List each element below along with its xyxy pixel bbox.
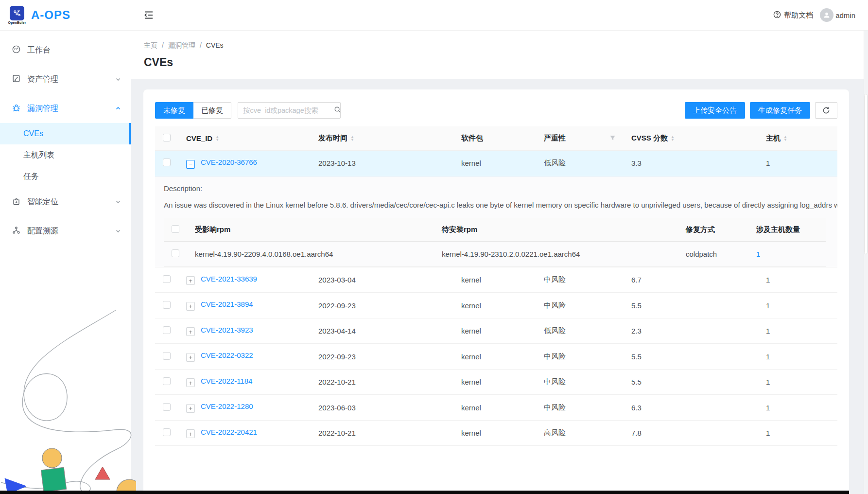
- row-checkbox[interactable]: [163, 301, 171, 309]
- sidebar-item-label: 配置溯源: [27, 226, 58, 236]
- row-checkbox[interactable]: [163, 159, 171, 166]
- unfixed-tab-button[interactable]: 未修复: [155, 102, 193, 119]
- scrollbar-thumb[interactable]: [864, 94, 868, 254]
- publish-date-cell: 2022-09-23: [311, 344, 453, 370]
- cve-link[interactable]: CVE-2022-0322: [201, 351, 253, 359]
- question-circle-icon: [773, 11, 781, 20]
- package-cell: kernel: [453, 344, 536, 370]
- row-checkbox[interactable]: [163, 403, 171, 411]
- chevron-down-icon: [115, 76, 121, 82]
- collapse-row-button[interactable]: −: [186, 160, 195, 169]
- sidebar-subitem-label: CVEs: [23, 129, 43, 138]
- breadcrumb-separator: /: [162, 41, 164, 50]
- app-title: A-OPS: [31, 8, 70, 22]
- user-name: admin: [835, 11, 855, 19]
- cvss-cell: 6.7: [624, 267, 758, 293]
- table-header-row: CVE_ID ▲▼ 发布时间 ▲▼ 软件包 严重性 CVSS 分数 ▲▼ 主机 …: [155, 126, 837, 151]
- row-checkbox[interactable]: [163, 428, 171, 436]
- cvss-cell: 5.5: [624, 293, 758, 318]
- help-docs-link[interactable]: 帮助文档: [773, 11, 813, 20]
- sidebar-item-config-trace[interactable]: 配置溯源: [0, 216, 131, 246]
- publish-date-cell: 2022-09-23: [311, 293, 453, 318]
- col-cvss: CVSS 分数: [631, 134, 668, 143]
- cve-link[interactable]: CVE-2020-36766: [201, 158, 257, 166]
- expand-row-button[interactable]: +: [186, 404, 195, 413]
- search-icon[interactable]: [334, 106, 341, 115]
- expand-row-button[interactable]: +: [186, 429, 195, 438]
- sort-icon[interactable]: ▲▼: [671, 136, 675, 141]
- package-cell: kernel: [453, 395, 536, 421]
- rpm-select-all-checkbox[interactable]: [172, 225, 179, 233]
- chevron-up-icon: [115, 106, 121, 111]
- refresh-button[interactable]: [815, 102, 837, 119]
- help-label: 帮助文档: [784, 11, 813, 20]
- sidebar-item-assets[interactable]: 资产管理: [0, 65, 131, 94]
- expand-row-button[interactable]: +: [186, 276, 195, 285]
- generate-fix-task-button[interactable]: 生成修复任务: [750, 102, 810, 119]
- col-host-count: 涉及主机数量: [748, 218, 826, 242]
- expand-row-button[interactable]: +: [186, 327, 195, 336]
- sort-icon[interactable]: ▲▼: [215, 136, 219, 141]
- expand-row-button[interactable]: +: [186, 302, 195, 311]
- expand-row-button[interactable]: +: [186, 353, 195, 362]
- sidebar-item-label: 智能定位: [27, 197, 58, 207]
- cvss-cell: 2.3: [624, 318, 758, 344]
- col-host: 主机: [766, 134, 781, 143]
- cve-link[interactable]: CVE-2021-3923: [201, 326, 253, 334]
- host-count-cell: 1: [758, 293, 837, 318]
- col-affected-rpm: 受影响rpm: [187, 218, 434, 242]
- description-label: Description:: [164, 184, 837, 193]
- sidebar-item-vulnerability[interactable]: 漏洞管理: [0, 94, 131, 123]
- row-checkbox[interactable]: [163, 275, 171, 283]
- cve-link[interactable]: CVE-2022-1280: [201, 402, 253, 410]
- sidebar-item-label: 资产管理: [27, 74, 58, 85]
- fixed-tab-button[interactable]: 已修复: [193, 102, 231, 119]
- breadcrumb-vuln[interactable]: 漏洞管理: [168, 41, 195, 50]
- sidebar-item-label: 工作台: [27, 45, 51, 55]
- breadcrumb-current: CVEs: [206, 41, 224, 50]
- cvss-cell: 5.5: [624, 369, 758, 395]
- breadcrumb-separator: /: [200, 41, 202, 50]
- sort-icon[interactable]: ▲▼: [783, 136, 787, 141]
- sidebar-menu: 工作台 资产管理 漏洞管理: [0, 31, 131, 246]
- expand-row-button[interactable]: +: [186, 378, 195, 387]
- row-checkbox[interactable]: [163, 377, 171, 385]
- cve-row: −CVE-2020-367662023-10-13kernel低风险3.31: [155, 151, 837, 176]
- cve-link[interactable]: CVE-2021-3894: [201, 300, 253, 308]
- search-input[interactable]: [243, 106, 334, 114]
- upload-advisory-button[interactable]: 上传安全公告: [685, 102, 745, 119]
- col-package: 软件包: [461, 134, 483, 142]
- logo-caption: OpenEuler: [8, 21, 26, 24]
- cve-link[interactable]: CVE-2022-1184: [201, 377, 252, 385]
- dashboard-icon: [12, 45, 21, 56]
- page-scrollbar[interactable]: [864, 31, 868, 494]
- cve-row: +CVE-2021-336392023-03-04kernel中风险6.71: [155, 267, 837, 293]
- publish-date-cell: 2023-06-03: [311, 395, 453, 421]
- user-menu[interactable]: admin: [820, 8, 855, 22]
- filter-icon[interactable]: [609, 134, 616, 142]
- cve-link[interactable]: CVE-2021-33639: [201, 275, 257, 283]
- host-count-link[interactable]: 1: [756, 250, 760, 258]
- sidebar: OpenEuler A-OPS 工作台 资产管理: [0, 0, 131, 494]
- select-all-checkbox[interactable]: [163, 134, 171, 141]
- breadcrumb-home[interactable]: 主页: [144, 41, 157, 50]
- rpm-row-checkbox[interactable]: [172, 249, 179, 257]
- cve-table-body: −CVE-2020-367662023-10-13kernel低风险3.31De…: [155, 151, 837, 446]
- package-cell: kernel: [453, 293, 536, 318]
- menu-fold-icon[interactable]: [144, 10, 154, 20]
- cve-link[interactable]: CVE-2022-20421: [201, 428, 257, 436]
- trace-icon: [12, 226, 21, 237]
- sidebar-item-cves[interactable]: CVEs: [0, 123, 131, 144]
- cve-card: 未修复 已修复 上传安全公告 生成修复任务: [143, 89, 849, 494]
- chevron-down-icon: [115, 228, 121, 234]
- sidebar-item-smart-locate[interactable]: 智能定位: [0, 187, 131, 216]
- sidebar-item-host-list[interactable]: 主机列表: [0, 144, 131, 166]
- sidebar-item-workbench[interactable]: 工作台: [0, 35, 131, 65]
- sidebar-item-tasks[interactable]: 任务: [0, 166, 131, 187]
- page-title: CVEs: [144, 56, 868, 69]
- cvss-cell: 6.3: [624, 395, 758, 421]
- sort-icon[interactable]: ▲▼: [350, 136, 354, 141]
- cve-table: CVE_ID ▲▼ 发布时间 ▲▼ 软件包 严重性 CVSS 分数 ▲▼ 主机 …: [155, 126, 837, 446]
- row-checkbox[interactable]: [163, 326, 171, 334]
- row-checkbox[interactable]: [163, 352, 171, 360]
